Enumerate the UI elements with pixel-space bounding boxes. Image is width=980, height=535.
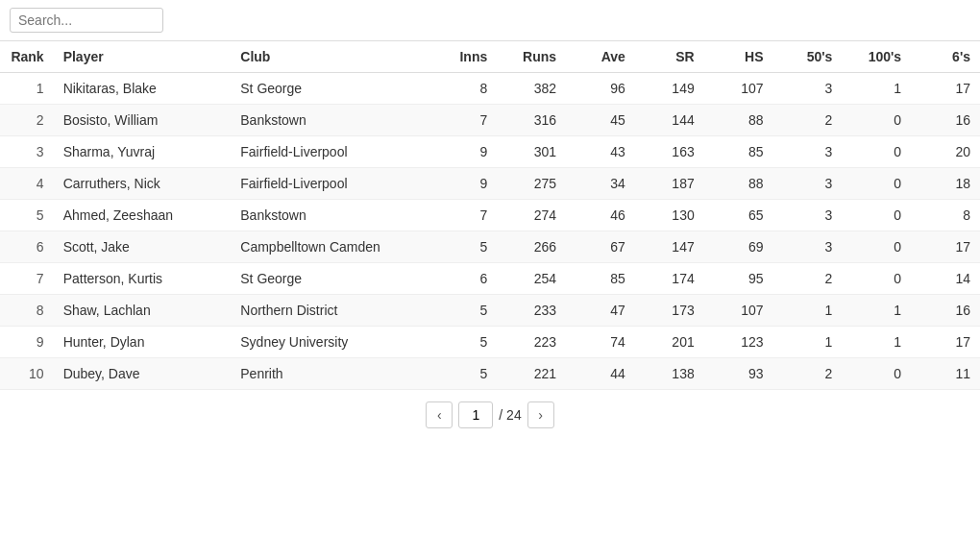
prev-page-button[interactable]: ‹ (426, 401, 453, 428)
table-row: 8Shaw, LachlanNorthern District523347173… (0, 295, 980, 327)
table-row: 9Hunter, DylanSydney University522374201… (0, 327, 980, 358)
col-hundreds: 100's (842, 41, 911, 73)
table-row: 1Nikitaras, BlakeSt George83829614910731… (0, 73, 980, 105)
col-sixes: 6's (911, 41, 980, 73)
table-header-row: Rank Player Club Inns Runs Ave SR HS 50'… (0, 41, 980, 73)
col-inns: Inns (428, 41, 497, 73)
col-hs: HS (704, 41, 773, 73)
table-row: 10Dubey, DavePenrith522144138932011 (0, 358, 980, 390)
table-body: 1Nikitaras, BlakeSt George83829614910731… (0, 73, 980, 390)
search-container (0, 0, 980, 40)
page-total: / 24 (499, 407, 521, 423)
search-input[interactable] (10, 8, 163, 33)
col-sr: SR (635, 41, 704, 73)
current-page-input[interactable] (458, 401, 493, 428)
col-runs: Runs (497, 41, 566, 73)
col-fifties: 50's (773, 41, 843, 73)
next-page-button[interactable]: › (527, 401, 554, 428)
col-ave: Ave (566, 41, 635, 73)
col-rank: Rank (0, 41, 54, 73)
col-club: Club (231, 41, 428, 73)
table-row: 5Ahmed, ZeeshaanBankstown72744613065308 (0, 200, 980, 231)
players-table: Rank Player Club Inns Runs Ave SR HS 50'… (0, 40, 980, 390)
table-row: 4Carruthers, NickFairfield-Liverpool9275… (0, 168, 980, 200)
table-row: 7Patterson, KurtisSt George6254851749520… (0, 263, 980, 295)
col-player: Player (54, 41, 232, 73)
pagination: ‹ / 24 › (0, 390, 980, 440)
table-row: 3Sharma, YuvrajFairfield-Liverpool930143… (0, 136, 980, 168)
table-row: 2Bosisto, WilliamBankstown73164514488201… (0, 105, 980, 136)
table-row: 6Scott, JakeCampbelltown Camden526667147… (0, 231, 980, 263)
